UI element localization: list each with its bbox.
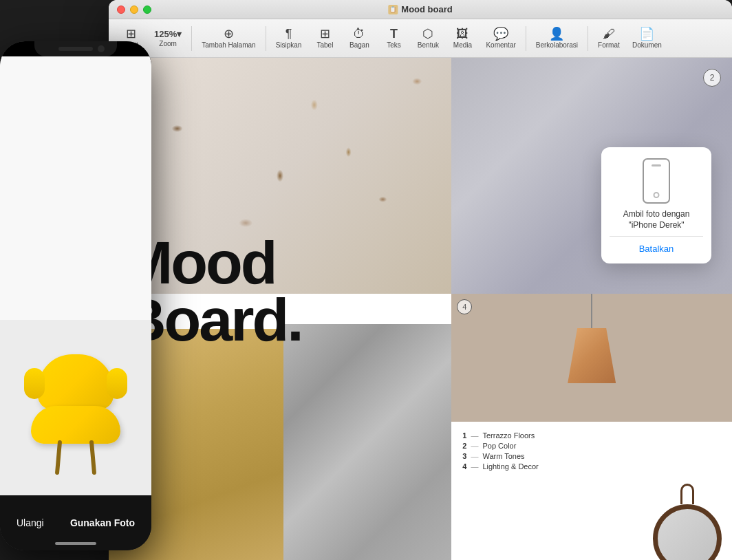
photo-background [0,56,151,495]
iphone-container: Ulangi Gunakan Foto [0,41,158,560]
sisipkan-icon: ¶ [286,28,292,40]
iphone-speaker [58,47,93,51]
toolbar-media[interactable]: 🖼 Media [446,25,479,52]
toolbar-dokumen[interactable]: 📄 Dokumen [627,25,667,52]
popup-divider [610,236,703,237]
mood-board-canvas: 1 Mood Board. [109,58,732,560]
toolbar-separator-3 [526,26,526,51]
iphone-home-bar [55,542,96,545]
teks-icon: T [390,28,398,40]
content-area: 1 Mood Board. [109,58,732,560]
iphone-use-button[interactable]: Gunakan Foto [70,517,135,528]
window-controls [117,6,151,14]
mirror [653,484,722,560]
info-line-1: 1 — Terrazzo Floors [462,431,721,440]
mirror-strap-top [680,484,694,504]
tabel-icon: ⊞ [320,28,330,40]
iphone-photo-area [0,56,151,495]
info-line-2: 2 — Pop Color [462,442,721,450]
toolbar-separator [191,26,192,51]
toolbar-bentuk[interactable]: ⬡ Bentuk [411,25,444,52]
maximize-button[interactable] [143,6,151,14]
lamp [568,294,616,383]
iphone-body: Ulangi Gunakan Foto [0,41,151,550]
toolbar-tambah-halaman[interactable]: ⊕ Tambah Halaman [196,25,261,52]
toolbar-separator-2 [266,26,266,51]
lamp-section: 4 [451,294,732,422]
bagan-icon: ⏱ [353,28,365,40]
chair [28,351,124,475]
document-icon: 📋 [388,5,398,14]
toolbar-tabel[interactable]: ⊞ Tabel [308,25,341,52]
right-bottom-section: 4 1 — Terrazzo Floors [451,294,732,560]
bentuk-icon: ⬡ [422,28,433,40]
lihat-icon: ⊞ [126,28,136,40]
chair-leg-2 [89,440,96,475]
komentar-icon: 💬 [493,28,508,40]
tambah-halaman-icon: ⊕ [224,28,234,40]
iphone-screen: Ulangi Gunakan Foto [0,41,151,550]
iphone-retake-button[interactable]: Ulangi [17,517,44,528]
dokumen-icon: 📄 [639,28,654,40]
popup-card: Ambil foto dengan "iPhone Derek" Batalka… [601,147,711,263]
chair-back [38,354,114,409]
zoom-icon: 125%▾ [154,30,182,39]
info-area: 1 — Terrazzo Floors 2 — Pop Color 3 — Wa… [451,422,732,480]
close-button[interactable] [117,6,125,14]
mirror-circle [653,504,722,560]
chair-seat [31,406,120,444]
chair-arm-left [24,368,45,399]
lamp-shade [568,328,616,383]
chair-legs [28,440,124,475]
lamp-cord [591,294,592,328]
chair-arm-right [107,368,127,399]
mirror-section [451,480,732,560]
toolbar-separator-4 [588,26,588,51]
toolbar: ⊞ Lihat 125%▾ Zoom ⊕ Tambah Halaman ¶ Si… [109,19,732,58]
minimize-button[interactable] [130,6,138,14]
badge-2: 2 [703,69,721,87]
title-bar: 📋 Mood board [109,0,732,19]
toolbar-bagan[interactable]: ⏱ Bagan [343,25,376,52]
fur-texture [283,324,452,560]
media-icon: 🖼 [456,28,469,40]
popup-phone-icon [643,158,670,204]
window-title: 📋 Mood board [388,4,452,14]
toolbar-sisipkan[interactable]: ¶ Sisipkan [270,25,308,52]
toolbar-komentar[interactable]: 💬 Komentar [480,25,521,52]
mac-window: 📋 Mood board ⊞ Lihat 125%▾ Zoom ⊕ Tambah… [109,0,732,560]
iphone-camera [98,45,105,52]
info-line-3: 3 — Warm Tones [462,452,721,460]
berkolaborasi-icon: 👤 [549,28,564,40]
fur-section [283,324,452,560]
iphone-notch [34,41,117,56]
info-line-4: 4 — Lighting & Decor [462,462,721,471]
popup-cancel-button[interactable]: Batalkan [634,242,680,255]
moodboard-title: Mood Board. [122,234,469,349]
phone-speaker [652,164,661,166]
toolbar-teks[interactable]: T Teks [377,25,410,52]
moodboard-title-overlay: Mood Board. [109,234,483,349]
chair-upper [28,351,124,444]
toolbar-format[interactable]: 🖌 Format [592,25,625,52]
format-icon: 🖌 [603,28,615,40]
photo-wall [0,56,151,342]
chair-leg-1 [55,440,62,475]
toolbar-berkolaborasi[interactable]: 👤 Berkolaborasi [530,25,583,52]
phone-home [654,192,660,198]
popup-text: Ambil foto dengan "iPhone Derek" [623,209,690,230]
